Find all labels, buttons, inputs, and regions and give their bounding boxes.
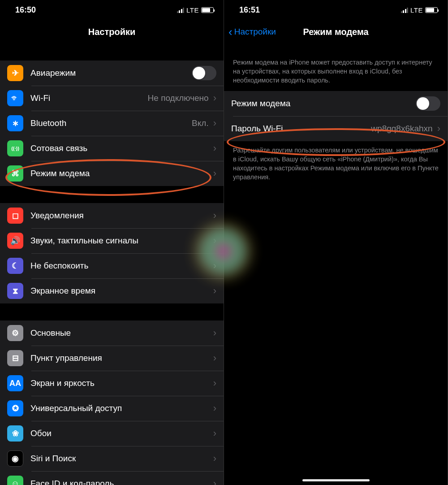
cell-label: Универсальный доступ xyxy=(30,403,122,413)
status-time: 16:51 xyxy=(239,5,260,15)
chevron-left-icon: ‹ xyxy=(228,26,233,38)
faceid-icon: ☺ xyxy=(7,476,23,485)
cell-label: Звуки, тактильные сигналы xyxy=(30,236,138,246)
cell-label: Уведомления xyxy=(30,211,84,221)
cell-dnd[interactable]: ☾Не беспокоить› xyxy=(0,253,224,278)
chevron-right-icon: › xyxy=(213,327,216,339)
footer-text: Разрешайте другим пользователям или устр… xyxy=(224,141,448,182)
cell-label: Основные xyxy=(30,328,71,338)
chevron-right-icon: › xyxy=(213,117,216,129)
hotspot-screen: 16:51 LTE ‹ Настройки Режим модема Режим… xyxy=(224,0,448,485)
hourglass-icon: ⧗ xyxy=(7,283,23,299)
cell-wifi-password[interactable]: Пароль Wi-Fiwp8gq8x6kahxn› xyxy=(224,116,448,141)
cell-label: Пароль Wi-Fi xyxy=(231,124,283,134)
hotspot-icon: ⌘ xyxy=(7,165,23,182)
siri-icon: ◉ xyxy=(7,450,23,467)
battery-icon xyxy=(425,7,438,13)
chevron-right-icon: › xyxy=(213,235,216,247)
cell-label: Face ID и код-пароль xyxy=(30,479,114,485)
toggle[interactable] xyxy=(416,96,440,111)
back-button[interactable]: ‹ Настройки xyxy=(228,26,276,38)
cell-detail: Вкл. xyxy=(192,118,209,128)
text-size-icon: AA xyxy=(7,375,23,391)
intro-text: Режим модема на iPhone может предоставит… xyxy=(224,43,448,91)
status-time: 16:50 xyxy=(15,5,36,15)
notifications-icon: ◻ xyxy=(7,208,23,224)
carrier-label: LTE xyxy=(410,6,423,14)
chevron-right-icon: › xyxy=(213,377,216,389)
signal-icon xyxy=(177,8,185,13)
chevron-right-icon: › xyxy=(213,143,216,154)
chevron-right-icon: › xyxy=(213,478,216,485)
nav-bar: ‹ Настройки Режим модема xyxy=(224,20,448,43)
page-title: Настройки xyxy=(88,27,136,37)
cell-label: Сотовая связь xyxy=(30,143,87,153)
cell-airplane[interactable]: ✈Авиарежим xyxy=(0,61,224,86)
cell-wifi[interactable]: ᯤWi-FiНе подключено› xyxy=(0,86,224,111)
battery-icon xyxy=(201,7,214,13)
cell-label: Обои xyxy=(30,429,52,438)
toggle[interactable] xyxy=(192,66,216,80)
cell-detail: Не подключено xyxy=(148,93,209,103)
cell-label: Wi-Fi xyxy=(30,93,50,103)
cell-wallpaper[interactable]: ❀Обои› xyxy=(0,421,224,446)
status-bar: 16:50 LTE xyxy=(0,0,224,20)
cell-faceid[interactable]: ☺Face ID и код-пароль› xyxy=(0,471,224,485)
carrier-label: LTE xyxy=(186,6,199,14)
cell-label: Режим модема xyxy=(231,99,290,108)
cell-label: Не беспокоить xyxy=(30,261,88,271)
chevron-right-icon: › xyxy=(213,168,216,179)
airplane-icon: ✈ xyxy=(7,65,23,81)
settings-screen: 16:50 LTE Настройки ✈АвиарежимᯤWi-FiНе п… xyxy=(0,0,224,485)
chevron-right-icon: › xyxy=(213,453,216,464)
chevron-right-icon: › xyxy=(213,428,216,439)
cell-label: Режим модема xyxy=(30,169,90,178)
cell-display[interactable]: AAЭкран и яркость› xyxy=(0,371,224,396)
status-bar: 16:51 LTE xyxy=(224,0,448,20)
cell-siri[interactable]: ◉Siri и Поиск› xyxy=(0,446,224,471)
cell-hotspot-toggle[interactable]: Режим модема xyxy=(224,91,448,116)
gear-icon: ⚙ xyxy=(7,325,23,341)
cell-controlcenter[interactable]: ⊟Пункт управления› xyxy=(0,346,224,371)
cell-label: Bluetooth xyxy=(30,118,66,128)
moon-icon: ☾ xyxy=(7,258,23,274)
cell-label: Пункт управления xyxy=(30,353,102,363)
cell-label: Авиарежим xyxy=(30,68,76,78)
cell-cellular[interactable]: ((·))Сотовая связь› xyxy=(0,136,224,161)
page-title: Режим модема xyxy=(303,27,368,37)
chevron-right-icon: › xyxy=(213,92,216,104)
wifi-icon: ᯤ xyxy=(7,90,23,106)
cell-hotspot[interactable]: ⌘Режим модема› xyxy=(0,161,224,186)
switches-icon: ⊟ xyxy=(7,350,23,366)
chevron-right-icon: › xyxy=(213,403,216,414)
cell-detail: wp8gq8x6kahxn xyxy=(371,124,432,134)
back-label: Настройки xyxy=(234,27,276,37)
chevron-right-icon: › xyxy=(213,210,216,221)
cell-notifications[interactable]: ◻Уведомления› xyxy=(0,203,224,228)
chevron-right-icon: › xyxy=(213,260,216,272)
cell-accessibility[interactable]: ✪Универсальный доступ› xyxy=(0,396,224,421)
home-indicator[interactable] xyxy=(302,479,370,481)
nav-bar: Настройки xyxy=(0,20,224,43)
wallpaper-icon: ❀ xyxy=(7,425,23,442)
chevron-right-icon: › xyxy=(213,285,216,297)
cell-label: Экранное время xyxy=(30,286,95,296)
cell-label: Экран и яркость xyxy=(30,378,95,388)
cell-sounds[interactable]: 🔊Звуки, тактильные сигналы› xyxy=(0,228,224,253)
accessibility-icon: ✪ xyxy=(7,400,23,416)
hotspot-content[interactable]: Режим модема на iPhone может предоставит… xyxy=(224,43,448,485)
sounds-icon: 🔊 xyxy=(7,233,23,249)
settings-list[interactable]: ✈АвиарежимᯤWi-FiНе подключено›∗Bluetooth… xyxy=(0,43,224,485)
cell-bluetooth[interactable]: ∗BluetoothВкл.› xyxy=(0,111,224,136)
chevron-right-icon: › xyxy=(437,123,440,134)
cell-general[interactable]: ⚙Основные› xyxy=(0,320,224,346)
cell-screentime[interactable]: ⧗Экранное время› xyxy=(0,278,224,303)
antenna-icon: ((·)) xyxy=(7,140,23,156)
cell-label: Siri и Поиск xyxy=(30,454,76,463)
bluetooth-icon: ∗ xyxy=(7,115,23,131)
chevron-right-icon: › xyxy=(213,352,216,364)
signal-icon xyxy=(401,8,409,13)
